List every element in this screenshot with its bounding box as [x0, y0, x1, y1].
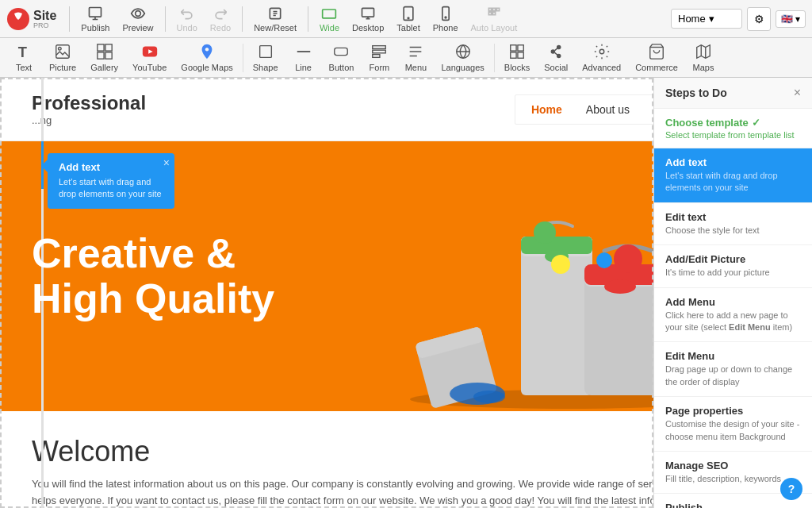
site-logo-sub: ...ng	[32, 114, 515, 126]
svg-rect-11	[56, 45, 70, 59]
steps-panel-title: Steps to Do	[665, 87, 727, 99]
tool-menu[interactable]: Menu	[398, 40, 433, 75]
logo-name: Site	[33, 9, 56, 22]
undo-button[interactable]: Undo	[172, 4, 202, 34]
tool-text[interactable]: T Text	[6, 40, 41, 75]
logo-text-area: Site PRO	[33, 9, 56, 29]
site-logo-icon	[6, 7, 30, 31]
svg-marker-37	[697, 45, 710, 59]
tool-shape[interactable]: Shape	[247, 40, 285, 75]
svg-text:T: T	[18, 44, 27, 60]
step-desc: Choose the style for text	[665, 225, 801, 237]
tooltip-text: Let's start with drag and drop elements …	[59, 176, 163, 201]
wide-button[interactable]: Wide	[315, 4, 344, 34]
separator	[308, 6, 308, 32]
svg-point-7	[408, 17, 409, 19]
nav-about[interactable]: About us	[586, 103, 630, 116]
svg-point-62	[596, 252, 612, 268]
svg-rect-4	[323, 10, 336, 18]
help-button[interactable]: ?	[780, 478, 802, 500]
new-reset-button[interactable]: New/Reset	[249, 4, 301, 34]
svg-rect-13	[98, 44, 104, 51]
svg-line-33	[555, 48, 557, 51]
redo-button[interactable]: Redo	[205, 4, 236, 34]
separator	[243, 44, 243, 72]
tool-google-maps[interactable]: Google Maps	[174, 40, 239, 75]
steps-close-button[interactable]: ×	[794, 86, 801, 100]
toolbar: T Text Picture Gallery YouTube Google Ma…	[0, 38, 812, 78]
preview-button[interactable]: Preview	[117, 4, 158, 34]
separator	[165, 6, 166, 32]
svg-rect-22	[373, 46, 386, 49]
tool-youtube[interactable]: YouTube	[126, 40, 173, 75]
logo-area: Site PRO	[6, 7, 56, 31]
site-logo-area: Professional ...ng	[32, 92, 515, 126]
svg-rect-24	[373, 55, 380, 58]
add-text-tooltip: × Add text Let's start with drag and dro…	[48, 153, 174, 209]
step-desc: Drag page up or down to change the order…	[665, 364, 801, 388]
tool-maps[interactable]: Maps	[686, 40, 721, 75]
site-logo-text: Professional	[32, 92, 515, 114]
steps-panel: Steps to Do × Choose template ✓ Select t…	[653, 78, 812, 508]
logo-plan: PRO	[33, 21, 56, 29]
tooltip-title: Add text	[59, 161, 163, 173]
page-dropdown[interactable]: Home ▾	[671, 9, 742, 29]
step-choose-template[interactable]: Choose template ✓ Select template from t…	[654, 109, 812, 148]
tool-languages[interactable]: Languages	[435, 40, 490, 75]
tool-blocks[interactable]: Blocks	[498, 40, 536, 75]
tool-line[interactable]: Line	[286, 40, 321, 75]
tooltip-close-button[interactable]: ×	[163, 156, 170, 169]
step-add-edit-picture[interactable]: Add/Edit Picture It's time to add your p…	[654, 245, 812, 287]
tool-form[interactable]: Form	[362, 40, 396, 75]
svg-rect-26	[511, 45, 516, 51]
svg-rect-5	[362, 8, 374, 17]
svg-point-35	[599, 49, 604, 54]
step-desc: Customise the design of your site - choo…	[665, 418, 801, 443]
svg-rect-27	[518, 45, 523, 51]
svg-point-60	[614, 244, 642, 273]
language-selector[interactable]: 🇬🇧 ▾	[776, 10, 806, 28]
canvas-area: Professional ...ng Home About us Service…	[0, 78, 812, 508]
nav-home[interactable]: Home	[531, 103, 562, 116]
auto-layout-button[interactable]: Auto Layout	[466, 4, 523, 34]
settings-button[interactable]: ⚙	[747, 7, 771, 31]
flag-icon: 🇬🇧	[781, 13, 793, 25]
tool-commerce[interactable]: Commerce	[629, 40, 684, 75]
svg-rect-29	[518, 52, 523, 58]
step-add-menu[interactable]: Add Menu Click here to add a new page to…	[654, 288, 812, 343]
step-edit-menu[interactable]: Edit Menu Drag page up or down to change…	[654, 342, 812, 397]
hero-title: Creative & High Quality	[32, 231, 333, 321]
svg-point-12	[59, 48, 62, 51]
steps-list: Choose template ✓ Select template from t…	[654, 109, 812, 508]
svg-point-58	[473, 391, 505, 403]
svg-rect-1	[90, 7, 102, 17]
separator	[69, 6, 70, 32]
step-add-text[interactable]: Add text Let's start with drag and drop …	[654, 148, 812, 203]
desktop-button[interactable]: Desktop	[347, 4, 389, 34]
step-page-properties[interactable]: Page properties Customise the design of …	[654, 397, 812, 452]
tool-social[interactable]: Social	[538, 40, 574, 75]
step-name-label: Choose template	[665, 117, 749, 129]
tablet-button[interactable]: Tablet	[392, 4, 424, 34]
separator	[242, 6, 243, 32]
steps-header: Steps to Do ×	[654, 78, 812, 109]
publish-button[interactable]: Publish	[76, 4, 114, 34]
dropdown-arrow-icon: ▾	[709, 13, 714, 25]
step-desc: It's time to add your picture	[665, 267, 801, 279]
tool-gallery[interactable]: Gallery	[84, 40, 124, 75]
step-edit-text[interactable]: Edit text Choose the style for text	[654, 203, 812, 245]
tool-picture[interactable]: Picture	[43, 40, 82, 75]
tool-button[interactable]: Button	[323, 40, 361, 75]
separator	[494, 44, 495, 72]
tool-advanced[interactable]: Advanced	[576, 40, 627, 75]
svg-rect-16	[105, 52, 112, 59]
step-desc: Click here to add a new page to your sit…	[665, 310, 801, 334]
topbar: Site PRO Publish Preview Undo Redo New/R…	[0, 0, 812, 38]
svg-point-48	[604, 279, 636, 294]
svg-point-2	[136, 10, 141, 16]
svg-rect-15	[98, 52, 104, 59]
chevron-down-icon: ▾	[795, 13, 800, 25]
step-desc: Fill title, description, keywords	[665, 473, 801, 485]
phone-button[interactable]: Phone	[428, 4, 463, 34]
svg-rect-19	[259, 46, 271, 58]
